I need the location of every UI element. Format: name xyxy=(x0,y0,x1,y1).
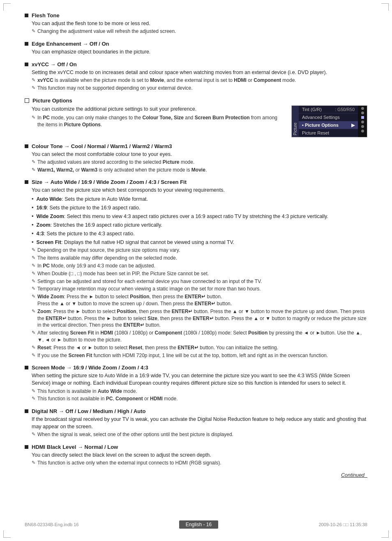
corner-mark-bl xyxy=(3,530,11,538)
text-screen-mode: When setting the picture size to Auto Wi… xyxy=(32,372,367,387)
note-flesh-tone-0: ✎ Changing the adjustment value will ref… xyxy=(32,28,367,35)
note-text-sm-1: This function is not available in PC, Co… xyxy=(37,395,178,402)
text-43: 4:3: Sets the picture to the 4:3 aspect … xyxy=(37,230,135,237)
text-picture-options: You can customize the additional picture… xyxy=(32,105,285,113)
note-text-dnr-0: When the signal is weak, select one of t… xyxy=(37,431,233,438)
section-screen-mode: Screen Mode → 16:9 / Wide Zoom / Zoom / … xyxy=(25,365,367,402)
section-colour-tone: Colour Tone → Cool / Normal / Warm1 / Wa… xyxy=(25,143,367,174)
note-text-size-7: Zoom: Press the ► button to select Posit… xyxy=(37,308,367,329)
title-size: Size → Auto Wide / 16:9 / Wide Zoom / Zo… xyxy=(32,179,187,185)
note-icon-size-2: ✎ xyxy=(32,263,35,268)
title-screen-mode: Screen Mode → 16:9 / Wide Zoom / Zoom / … xyxy=(32,365,148,371)
icon-question xyxy=(361,125,364,128)
menu-value-picture-options-item: ▶ xyxy=(351,123,355,128)
icon-arrow xyxy=(361,121,364,123)
note-size-6: ✎ Wide Zoom: Press the ► button to selec… xyxy=(32,293,367,307)
note-icon-ct-1: ✎ xyxy=(32,167,35,172)
menu-row: Picture Tint (G/R) : G50/R50 Advanced Se… xyxy=(292,106,367,137)
text-size: You can select the picture size which be… xyxy=(32,186,367,194)
note-size-4: ✎ Settings can be adjusted and stored fo… xyxy=(32,278,367,285)
note-icon-0: ✎ xyxy=(32,28,35,34)
note-size-1: ✎ The items available may differ dependi… xyxy=(32,255,367,262)
sub-bullet-169: • 16:9: Sets the picture to the 16:9 asp… xyxy=(32,204,367,211)
corner-mark-tr xyxy=(381,3,389,11)
body-screen-mode: When setting the picture size to Auto Wi… xyxy=(32,372,367,402)
note-size-0: ✎ Depending on the input source, the pic… xyxy=(32,247,367,254)
note-text-size-10: If you use the Screen Fit function with … xyxy=(37,352,328,359)
note-size-10: ✎ If you use the Screen Fit function wit… xyxy=(32,352,367,359)
note-text-xvycc-0: xvYCC is available when the picture mode… xyxy=(37,77,296,84)
note-size-3: ✎ When Double (□ , □) mode has been set … xyxy=(32,270,367,277)
menu-content: Tint (G/R) : G50/R50 Advanced Settings •… xyxy=(299,106,358,137)
menu-item-tint: Tint (G/R) : G50/R50 xyxy=(299,106,358,114)
note-icon-size-1: ✎ xyxy=(32,255,35,260)
body-xvycc: Setting the xvYCC mode to on increases d… xyxy=(32,69,367,92)
bullet-hdmi-black xyxy=(25,445,28,449)
note-icon-dnr-0: ✎ xyxy=(32,432,35,437)
section-flesh-tone: Flesh Tone You can adjust the flesh tone… xyxy=(25,12,367,35)
note-text-size-8: After selecting Screen Fit in HDMI (1080… xyxy=(37,330,367,344)
corner-mark-tl xyxy=(3,3,11,11)
note-size-5: ✎ Temporary image retention may occur wh… xyxy=(32,286,367,293)
note-xvycc-1: ✎ This function may not be supported dep… xyxy=(32,85,367,92)
note-screen-mode-1: ✎ This function is not available in PC, … xyxy=(32,395,367,402)
text-edge: You can emphasize object boundaries in t… xyxy=(32,48,367,56)
section-header-screen-mode: Screen Mode → 16:9 / Wide Zoom / Zoom / … xyxy=(25,365,367,371)
note-icon-size-4: ✎ xyxy=(32,279,35,284)
picture-options-title-row: Picture Options xyxy=(25,98,367,104)
text-169: 16:9: Sets the picture to the 16:9 aspec… xyxy=(37,204,141,211)
bullet-picture-options xyxy=(25,98,29,103)
text-autowide: Auto Wide: Sets the picture in Auto Wide… xyxy=(37,195,148,203)
note-icon-sm-0: ✎ xyxy=(32,388,35,394)
note-text-ct-1: Warm1, Warm2, or Warm3 is only activated… xyxy=(37,167,207,174)
note-screen-mode-0: ✎ This function is available in Auto Wid… xyxy=(32,388,367,395)
sub-bullet-widezoom: • Wide Zoom: Select this menu to view 4:… xyxy=(32,213,367,220)
sub-bullet-screenfit: • Screen Fit: Displays the full native H… xyxy=(32,239,367,246)
text-flesh-tone: You can adjust the flesh tone to be more… xyxy=(32,20,367,27)
note-text-size-5: Temporary image retention may occur when… xyxy=(37,286,261,293)
dot-zoom: • xyxy=(32,222,34,228)
note-digital-nr-0: ✎ When the signal is weak, select one of… xyxy=(32,431,367,438)
menu-item-picture-options: • Picture Options ▶ xyxy=(299,121,358,129)
note-size-9: ✎ Reset: Press the ◄ or ► button to sele… xyxy=(32,344,367,351)
note-text-size-3: When Double (□ , □) mode has been set in… xyxy=(37,270,209,277)
sub-bullet-zoom: • Zoom: Stretches the 16:9 aspect ratio … xyxy=(32,221,367,229)
picture-options-menu-image: Picture Tint (G/R) : G50/R50 Advanced Se… xyxy=(291,105,367,137)
note-text-size-4: Settings can be adjusted and stored for … xyxy=(37,278,262,285)
menu-item-picture-reset: Picture Reset xyxy=(299,129,358,137)
text-hdmi-black: You can directly select the black level … xyxy=(32,451,367,459)
footer-left: BN68-02334B-Eng.indb 16 xyxy=(25,522,78,527)
note-text-sm-0: This function is available in Auto Wide … xyxy=(37,388,137,395)
note-hdmi-black-0: ✎ This function is active only when the … xyxy=(32,460,367,467)
menu-label-tint: Tint (G/R) xyxy=(302,107,322,112)
icon-settings xyxy=(361,116,364,119)
title-xvycc: xvYCC → Off / On xyxy=(32,61,77,67)
section-header-digital-nr: Digital NR → Off / Low / Medium / High /… xyxy=(25,408,367,414)
text-digital-nr: If the broadcast signal received by your… xyxy=(32,416,367,430)
note-icon-size-3: ✎ xyxy=(32,271,35,276)
section-size: Size → Auto Wide / 16:9 / Wide Zoom / Zo… xyxy=(25,179,367,359)
section-picture-options: Picture Options You can customize the ad… xyxy=(25,98,367,137)
text-zoom: Zoom: Stretches the 16:9 aspect ratio pi… xyxy=(37,221,162,229)
menu-value-tint: : G50/R50 xyxy=(335,107,355,112)
picture-options-text: You can customize the additional picture… xyxy=(32,104,285,128)
dot-screenfit: • xyxy=(32,239,34,245)
body-digital-nr: If the broadcast signal received by your… xyxy=(32,416,367,438)
note-text-ct-0: The adjusted values are stored according… xyxy=(37,159,194,166)
page: Flesh Tone You can adjust the flesh tone… xyxy=(0,0,392,541)
menu-label-picture-reset: Picture Reset xyxy=(302,130,329,135)
note-text-size-6: Wide Zoom: Press the ► button to select … xyxy=(37,293,232,307)
bullet-screen-mode xyxy=(25,366,28,369)
note-text-0: Changing the adjustment value will refre… xyxy=(37,28,176,35)
note-icon-size-10: ✎ xyxy=(32,353,35,358)
footer-right: 2009-10-26 □□ 11:35:38 xyxy=(318,522,367,527)
note-icon-size-7: ✎ xyxy=(32,309,35,314)
note-text-size-2: In PC Mode, only 16:9 and 4:3 mode can b… xyxy=(37,262,155,269)
note-size-2: ✎ In PC Mode, only 16:9 and 4:3 mode can… xyxy=(32,262,367,269)
section-digital-nr: Digital NR → Off / Low / Medium / High /… xyxy=(25,408,367,438)
note-icon-xvycc-0: ✎ xyxy=(32,77,35,83)
menu-label-advanced: Advanced Settings xyxy=(302,115,340,120)
note-colour-tone-0: ✎ The adjusted values are stored accordi… xyxy=(32,159,367,166)
body-picture-options: You can customize the additional picture… xyxy=(32,104,367,137)
note-icon-size-0: ✎ xyxy=(32,247,35,253)
